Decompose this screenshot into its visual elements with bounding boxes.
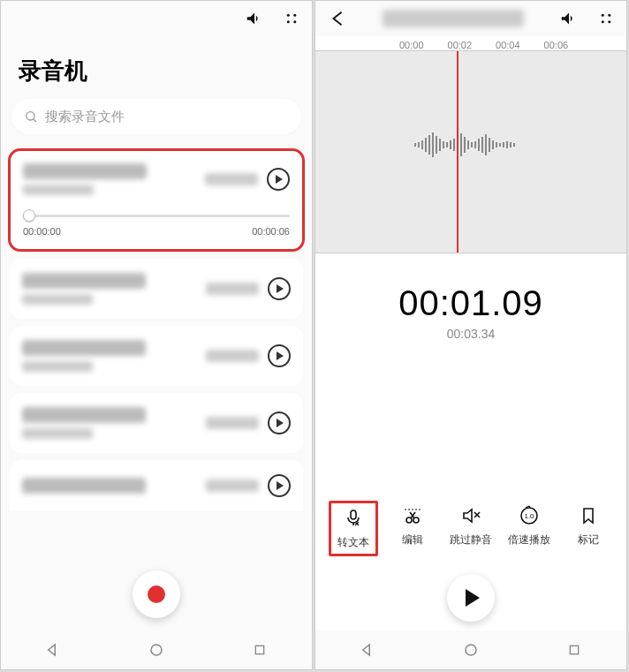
svg-point-2 [287, 20, 290, 23]
timeline-label: 00:06 [544, 40, 569, 50]
skip-silence-icon [459, 504, 482, 527]
timeline-label: 00:02 [448, 40, 473, 50]
recording-item[interactable] [10, 460, 303, 511]
svg-rect-7 [256, 646, 264, 653]
recording-duration-redacted [206, 283, 259, 295]
waveform-timeline[interactable] [315, 50, 626, 253]
recording-duration-redacted [206, 350, 259, 362]
svg-point-19 [466, 645, 476, 655]
recording-duration-redacted [206, 479, 259, 492]
tool-row: 转文本 编辑 跳过静音 1.0 倍速播放 [315, 501, 626, 556]
recording-date-redacted [22, 294, 93, 305]
svg-line-5 [34, 119, 36, 122]
play-button[interactable] [268, 277, 291, 300]
recording-item-current[interactable]: 00:00:00 00:00:06 [8, 148, 305, 252]
bookmark-icon [577, 504, 600, 527]
tool-speed[interactable]: 1.0 倍速播放 [504, 501, 554, 556]
svg-rect-20 [571, 646, 579, 653]
tool-label: 标记 [578, 532, 599, 547]
tool-edit[interactable]: 编辑 [388, 501, 437, 556]
timeline-label: 00:04 [496, 40, 520, 50]
svg-point-3 [293, 20, 296, 23]
recording-list: 00:00:00 00:00:06 [1, 143, 312, 630]
svg-rect-12 [351, 510, 356, 519]
tool-label: 跳过静音 [450, 532, 492, 547]
transcribe-icon [342, 507, 365, 530]
more-icon[interactable] [598, 11, 614, 26]
svg-point-4 [27, 112, 34, 120]
speed-icon: 1.0 [518, 504, 541, 527]
top-bar [315, 1, 626, 36]
volume-icon[interactable] [245, 9, 264, 28]
recording-duration-redacted [205, 173, 258, 185]
recording-date-redacted [22, 361, 93, 372]
record-button[interactable] [133, 570, 180, 618]
system-nav [315, 630, 626, 669]
total-time: 00:03.34 [315, 327, 626, 341]
recording-date-redacted [23, 185, 94, 195]
search-icon [24, 109, 38, 124]
search-placeholder: 搜索录音文件 [45, 109, 125, 125]
top-bar [1, 1, 312, 36]
waveform [414, 132, 515, 157]
title-redacted [383, 10, 524, 27]
svg-point-9 [608, 14, 610, 17]
recorder-list-screen: 录音机 搜索录音文件 00:00:00 00 [0, 0, 313, 670]
svg-point-6 [151, 645, 162, 655]
timeline-label: 00:00 [399, 40, 424, 50]
timeline-labels: 00:00 00:02 00:04 00:06 [315, 40, 626, 50]
search-input[interactable]: 搜索录音文件 [11, 99, 301, 134]
home-nav-icon[interactable] [140, 642, 173, 658]
play-button[interactable] [268, 344, 291, 367]
recents-nav-icon[interactable] [243, 643, 277, 657]
play-button[interactable] [268, 474, 291, 497]
tool-label: 倍速播放 [508, 532, 550, 547]
recording-item[interactable] [10, 259, 303, 319]
recording-name-redacted [23, 163, 147, 179]
recording-name-redacted [22, 340, 146, 356]
page-title: 录音机 [1, 36, 312, 99]
play-button[interactable] [447, 574, 495, 622]
recents-nav-icon[interactable] [557, 643, 591, 657]
slider-start-time: 00:00:00 [23, 226, 61, 237]
recording-duration-redacted [206, 417, 259, 429]
back-icon[interactable] [328, 9, 347, 28]
tool-transcribe[interactable]: 转文本 [329, 501, 378, 556]
more-icon[interactable] [284, 11, 299, 26]
recording-name-redacted [22, 273, 146, 289]
play-button[interactable] [268, 412, 291, 434]
recording-item[interactable] [10, 393, 303, 453]
recording-name-redacted [22, 478, 146, 494]
progress-slider[interactable] [23, 215, 290, 217]
recording-item[interactable] [10, 326, 303, 386]
recording-name-redacted [22, 407, 146, 423]
svg-point-0 [287, 14, 290, 17]
svg-point-8 [602, 14, 604, 17]
slider-end-time: 00:00:06 [252, 226, 290, 237]
svg-text:1.0: 1.0 [525, 512, 535, 520]
tool-label: 编辑 [402, 532, 423, 547]
playhead[interactable] [457, 51, 458, 253]
svg-point-1 [293, 14, 296, 17]
back-nav-icon[interactable] [351, 642, 384, 658]
svg-point-11 [608, 20, 610, 23]
current-time: 00:01.09 [315, 283, 626, 323]
back-nav-icon[interactable] [36, 642, 70, 658]
playback-screen: 00:00 00:02 00:04 00:06 00:01.09 00:03.3… [314, 0, 627, 670]
edit-icon [401, 504, 424, 527]
tool-mark[interactable]: 标记 [564, 501, 613, 556]
tool-label: 转文本 [337, 535, 369, 550]
play-button[interactable] [267, 168, 290, 191]
tool-skip-silence[interactable]: 跳过静音 [446, 501, 496, 556]
slider-thumb[interactable] [23, 209, 35, 222]
volume-icon[interactable] [559, 9, 579, 28]
recording-date-redacted [22, 428, 93, 439]
svg-point-10 [602, 20, 604, 23]
system-nav [1, 630, 312, 669]
home-nav-icon[interactable] [454, 642, 488, 658]
tick-marks [315, 51, 626, 62]
